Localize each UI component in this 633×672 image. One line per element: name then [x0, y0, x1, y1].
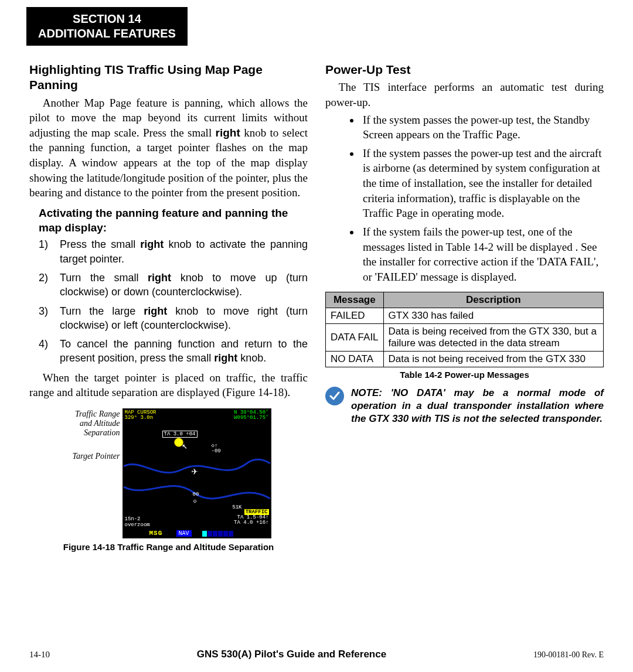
map-waypoint-51k: 51K [232, 504, 241, 510]
powerup-messages-table: Message Description FAILED GTX 330 has f… [325, 292, 604, 367]
table-row: FAILED GTX 330 has failed [326, 308, 604, 323]
left-subhead-activating: Activating the panning feature and panni… [39, 206, 308, 235]
table-header-row: Message Description [326, 292, 604, 308]
step-text: Turn the large right knob to move right … [60, 304, 308, 333]
step-text: Press the small right knob to activate t… [60, 237, 308, 266]
table-row: NO DATA Data is not being received from … [326, 351, 604, 367]
bullet-3: If the system fails the power-up test, o… [360, 224, 604, 285]
steps-list: 1) Press the small right knob to activat… [29, 237, 308, 365]
step-2: 2) Turn the small right knob to move up … [39, 271, 308, 299]
callout-target-pointer: Target Pointer [66, 452, 120, 461]
msg-cell: NO DATA [326, 351, 384, 367]
map-zoom-label: 15n-2 overzoom [125, 517, 150, 528]
left-para2: When the target pointer is placed on tra… [29, 370, 308, 400]
step-4: 4) To cancel the panning function and re… [39, 337, 308, 366]
map-diamond-icon: ◇ [193, 497, 197, 504]
left-para1: Another Map Page feature is panning, whi… [29, 95, 308, 200]
msg-cell: FAILED [326, 308, 384, 323]
map-target-pointer-icon: ↖ [182, 440, 188, 452]
desc-cell: GTX 330 has failed [383, 308, 603, 323]
section-header: SECTION 14 ADDITIONAL FEATURES [26, 7, 188, 46]
figure-14-18: Traffic Range and Altitude Separation Ta… [29, 408, 308, 552]
desc-cell: Data is not being received from the GTX … [383, 351, 603, 367]
step-num: 1) [39, 237, 60, 266]
footer-page-number: 14-10 [29, 650, 50, 660]
step-num: 2) [39, 271, 60, 299]
right-column: Power-Up Test The TIS interface performs… [325, 62, 604, 552]
figure-caption: Figure 14-18 Traffic Range and Altitude … [63, 542, 274, 552]
map-traffic-minus09: ◇↑ -09 [212, 444, 221, 454]
callout-traffic-range: Traffic Range and Altitude Separation [66, 410, 120, 438]
table-caption: Table 14-2 Power-up Messages [325, 370, 604, 380]
step-num: 3) [39, 304, 60, 333]
table-row: DATA FAIL Data is being received from th… [326, 323, 604, 351]
step-num: 4) [39, 337, 60, 366]
page-footer: 14-10 GNS 530(A) Pilot's Guide and Refer… [29, 649, 604, 660]
note-check-icon [325, 387, 344, 405]
section-label-line1: SECTION 14 [73, 12, 141, 25]
left-heading: Highlighting TIS Traffic Using Map Page … [29, 62, 308, 93]
step-text: Turn the small right knob to move up (tu… [60, 271, 308, 299]
section-label-line2: ADDITIONAL FEATURES [38, 27, 176, 40]
map-ownship-icon: ✈ [192, 465, 198, 477]
figure-callout-labels: Traffic Range and Altitude Separation Ta… [66, 408, 120, 461]
footer-title: GNS 530(A) Pilot's Guide and Reference [197, 649, 386, 660]
step-1: 1) Press the small right knob to activat… [39, 237, 308, 266]
bold-right-1: right [216, 127, 240, 139]
bullet-1: If the system passes the power-up test, … [360, 112, 604, 142]
right-bullets: If the system passes the power-up test, … [325, 112, 604, 285]
map-ta-summary: TA 1.5-04↑ TA 4.0 +16↑ [234, 515, 268, 526]
step-3: 3) Turn the large right knob to move rig… [39, 304, 308, 333]
note-block: NOTE: 'NO DATA' may be a normal mode of … [325, 387, 604, 425]
map-screenshot: MAP CURSOR 329° 3.0n N 39°04.50' W095°01… [122, 408, 271, 538]
right-para1: The TIS interface performs an automatic … [325, 80, 604, 110]
right-heading: Power-Up Test [325, 62, 604, 77]
step-text: To cancel the panning function and retur… [60, 337, 308, 366]
bullet-2: If the system passes the power-up test a… [360, 146, 604, 221]
map-traffic-00: 00 [193, 492, 199, 497]
col-description: Description [383, 292, 603, 308]
map-cursor-label: MAP CURSOR 329° 3.0n [125, 410, 156, 421]
map-page-indicator-icon [202, 531, 233, 537]
msg-cell: DATA FAIL [326, 323, 384, 351]
footer-revision: 190-00181-00 Rev. E [533, 650, 604, 660]
left-column: Highlighting TIS Traffic Using Map Page … [29, 62, 308, 552]
map-latlon: N 39°04.50' W095°01.75' [234, 410, 268, 421]
col-message: Message [326, 292, 384, 308]
map-ta-tag: TA 3.0 +04 [162, 431, 198, 438]
map-msg-label: MSG [149, 530, 163, 537]
map-nav-label: NAV [176, 530, 192, 537]
desc-cell: Data is being received from the GTX 330,… [383, 323, 603, 351]
note-text: NOTE: 'NO DATA' may be a normal mode of … [351, 387, 604, 425]
